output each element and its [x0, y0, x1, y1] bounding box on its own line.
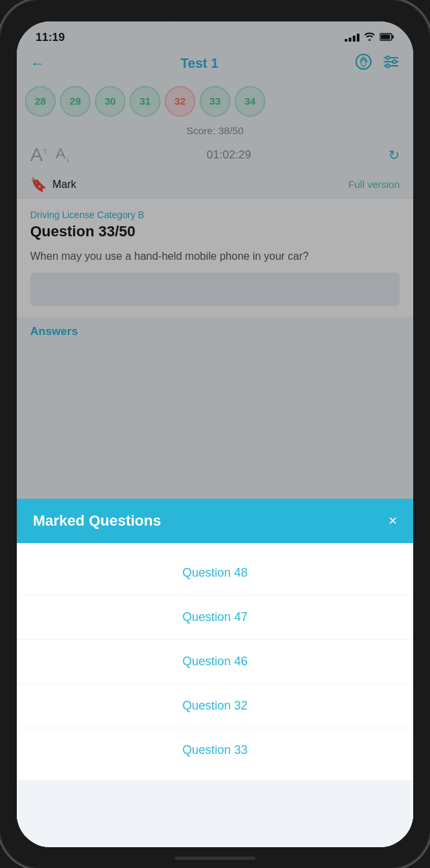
modal-item-q47[interactable]: Question 47 — [17, 595, 413, 640]
modal-item-q33[interactable]: Question 33 — [17, 728, 413, 772]
modal-item-q32[interactable]: Question 32 — [17, 684, 413, 728]
phone-frame: 11:19 — [0, 0, 430, 868]
marked-questions-modal: Marked Questions × Question 48 Question … — [17, 499, 413, 847]
modal-list: Question 48 Question 47 Question 46 Ques… — [17, 543, 413, 780]
modal-close-button[interactable]: × — [388, 512, 397, 530]
modal-title: Marked Questions — [33, 512, 161, 530]
modal-item-q48[interactable]: Question 48 — [17, 551, 413, 595]
notch — [168, 0, 262, 20]
home-indicator — [175, 857, 255, 860]
phone-screen: 11:19 — [17, 21, 413, 847]
modal-item-q46[interactable]: Question 46 — [17, 640, 413, 684]
modal-overlay: Marked Questions × Question 48 Question … — [17, 21, 413, 847]
modal-header: Marked Questions × — [17, 499, 413, 543]
modal-bottom-space — [17, 780, 413, 847]
